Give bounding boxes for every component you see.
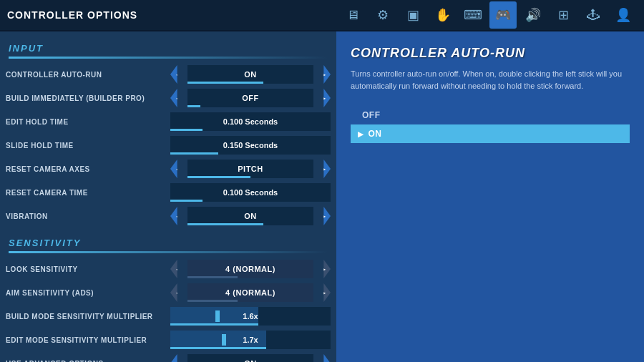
- setting-row-reset-time: RESET CAMERA TIME 0.100 Seconds: [0, 181, 336, 204]
- label-look-sens: LOOK SENSITIVITY: [6, 265, 170, 273]
- arrow-right-build-immediately[interactable]: ▶: [313, 89, 331, 107]
- arrow-right-vibration[interactable]: ▶: [313, 207, 331, 225]
- arrow-left-advanced-opts[interactable]: ◀: [170, 354, 187, 362]
- right-panel: CONTROLLER AUTO-RUN Turns controller aut…: [336, 31, 644, 362]
- top-bar: CONTROLLER OPTIONS 🖥 ⚙ ▣ ✋ ⌨ 🎮 🔊 ⊞ 🕹 👤: [0, 0, 644, 31]
- setting-row-advanced-opts: USE ADVANCED OPTIONS ◀ ON ▶: [0, 352, 336, 362]
- label-build-immediately: BUILD IMMEDIATELY (BUILDER PRO): [6, 94, 170, 102]
- value-aim-sens: 4 (NORMAL): [187, 283, 313, 302]
- arrow-control-look-sens: ◀ 4 (NORMAL) ▶: [170, 260, 331, 278]
- label-slide-hold: SLIDE HOLD TIME: [6, 142, 170, 150]
- label-reset-time: RESET CAMERA TIME: [6, 189, 170, 197]
- nav-icons: 🖥 ⚙ ▣ ✋ ⌨ 🎮 🔊 ⊞ 🕹 👤: [339, 1, 637, 29]
- setting-row-aim-sens: AIM SENSITIVITY (ADS) ◀ 4 (NORMAL) ▶: [0, 281, 336, 304]
- option-on-arrow: ▶: [358, 130, 364, 138]
- label-vibration: VIBRATION: [6, 212, 170, 220]
- control-reset-time: 0.100 Seconds: [170, 183, 331, 202]
- arrow-right-advanced-opts[interactable]: ▶: [313, 354, 331, 362]
- display-icon[interactable]: ▣: [399, 1, 426, 29]
- control-advanced-opts: ◀ ON ▶: [170, 354, 331, 362]
- value-reset-axes: PITCH: [187, 160, 313, 178]
- arrow-control-reset-axes: ◀ PITCH ▶: [170, 160, 331, 178]
- right-title: CONTROLLER AUTO-RUN: [351, 46, 630, 61]
- gamepad-active-icon[interactable]: 🎮: [489, 1, 517, 29]
- arrow-left-build-immediately[interactable]: ◀: [170, 89, 187, 107]
- controller2-icon[interactable]: 🕹: [580, 1, 607, 29]
- slider-reset-time[interactable]: 0.100 Seconds: [170, 183, 331, 202]
- label-reset-axes: RESET CAMERA AXES: [6, 165, 170, 173]
- setting-row-build-immediately: BUILD IMMEDIATELY (BUILDER PRO) ◀ OFF ▶: [0, 87, 336, 109]
- section-header-sensitivity: SENSITIVITY: [0, 233, 336, 251]
- slider-slide-hold[interactable]: 0.150 Seconds: [170, 136, 331, 155]
- label-advanced-opts: USE ADVANCED OPTIONS: [6, 360, 170, 363]
- setting-row-edit-hold: EDIT HOLD TIME 0.100 Seconds: [0, 110, 336, 133]
- setting-row-look-sens: LOOK SENSITIVITY ◀ 4 (NORMAL) ▶: [0, 258, 336, 280]
- left-panel: INPUT CONTROLLER AUTO-RUN ◀ ON ▶ BUILD I…: [0, 31, 336, 362]
- slider-build-multi[interactable]: 1.6x: [170, 307, 331, 326]
- gear-icon[interactable]: ⚙: [369, 1, 396, 29]
- arrow-left-auto-run[interactable]: ◀: [170, 65, 187, 84]
- label-auto-run: CONTROLLER AUTO-RUN: [6, 71, 170, 79]
- section-underline-sensitivity: [9, 251, 328, 253]
- value-build-immediately: OFF: [187, 89, 313, 107]
- arrow-right-aim-sens[interactable]: ▶: [313, 283, 331, 302]
- label-build-multi: BUILD MODE SENSITIVITY MULTIPLIER: [6, 313, 170, 321]
- control-vibration: ◀ ON ▶: [170, 207, 331, 225]
- control-look-sens: ◀ 4 (NORMAL) ▶: [170, 260, 331, 278]
- option-off[interactable]: OFF: [351, 106, 630, 124]
- arrow-control-vibration: ◀ ON ▶: [170, 207, 331, 225]
- setting-row-slide-hold: SLIDE HOLD TIME 0.150 Seconds: [0, 134, 336, 157]
- setting-row-reset-axes: RESET CAMERA AXES ◀ PITCH ▶: [0, 157, 336, 180]
- arrow-left-reset-axes[interactable]: ◀: [170, 160, 187, 178]
- audio-icon[interactable]: 🔊: [519, 1, 547, 29]
- label-aim-sens: AIM SENSITIVITY (ADS): [6, 289, 170, 297]
- option-on-label: ON: [369, 129, 382, 139]
- keyboard-icon[interactable]: ⌨: [459, 1, 487, 29]
- arrow-control-advanced-opts: ◀ ON ▶: [170, 354, 331, 362]
- controller-icon[interactable]: ✋: [429, 1, 457, 29]
- option-off-label: OFF: [362, 110, 381, 120]
- monitor-icon[interactable]: 🖥: [339, 1, 366, 29]
- control-reset-axes: ◀ PITCH ▶: [170, 160, 331, 178]
- control-aim-sens: ◀ 4 (NORMAL) ▶: [170, 283, 331, 302]
- page-title: CONTROLLER OPTIONS: [7, 9, 339, 21]
- arrow-control-build-immediately: ◀ OFF ▶: [170, 89, 331, 107]
- value-advanced-opts: ON: [187, 354, 313, 362]
- arrow-right-look-sens[interactable]: ▶: [313, 260, 331, 278]
- section-header-input: INPUT: [0, 39, 336, 57]
- value-look-sens: 4 (NORMAL): [187, 260, 313, 278]
- network-icon[interactable]: ⊞: [550, 1, 577, 29]
- setting-row-edit-multi: EDIT MODE SENSITIVITY MULTIPLIER 1.7x: [0, 328, 336, 351]
- user-icon[interactable]: 👤: [610, 1, 637, 29]
- arrow-right-reset-axes[interactable]: ▶: [313, 160, 331, 178]
- setting-row-auto-run: CONTROLLER AUTO-RUN ◀ ON ▶: [0, 63, 336, 86]
- setting-row-vibration: VIBRATION ◀ ON ▶: [0, 205, 336, 228]
- slider-edit-multi[interactable]: 1.7x: [170, 331, 331, 349]
- setting-row-build-multi: BUILD MODE SENSITIVITY MULTIPLIER 1.6x: [0, 305, 336, 328]
- arrow-left-vibration[interactable]: ◀: [170, 207, 187, 225]
- arrow-left-look-sens[interactable]: ◀: [170, 260, 187, 278]
- right-description: Turns controller auto-run on/off. When o…: [351, 68, 630, 92]
- label-edit-multi: EDIT MODE SENSITIVITY MULTIPLIER: [6, 336, 170, 344]
- arrow-left-aim-sens[interactable]: ◀: [170, 283, 187, 302]
- value-auto-run: ON: [187, 65, 313, 84]
- arrow-right-auto-run[interactable]: ▶: [313, 65, 331, 84]
- control-auto-run: ◀ ON ▶: [170, 65, 331, 84]
- control-edit-multi: 1.7x: [170, 331, 331, 349]
- arrow-control-auto-run: ◀ ON ▶: [170, 65, 331, 84]
- arrow-control-aim-sens: ◀ 4 (NORMAL) ▶: [170, 283, 331, 302]
- control-slide-hold: 0.150 Seconds: [170, 136, 331, 155]
- control-build-multi: 1.6x: [170, 307, 331, 326]
- slider-edit-hold[interactable]: 0.100 Seconds: [170, 112, 331, 131]
- option-on[interactable]: ▶ ON: [351, 124, 630, 143]
- section-underline-input: [9, 57, 328, 59]
- main-content: INPUT CONTROLLER AUTO-RUN ◀ ON ▶ BUILD I…: [0, 31, 644, 362]
- control-build-immediately: ◀ OFF ▶: [170, 89, 331, 107]
- control-edit-hold: 0.100 Seconds: [170, 112, 331, 131]
- label-edit-hold: EDIT HOLD TIME: [6, 118, 170, 126]
- value-vibration: ON: [187, 207, 313, 225]
